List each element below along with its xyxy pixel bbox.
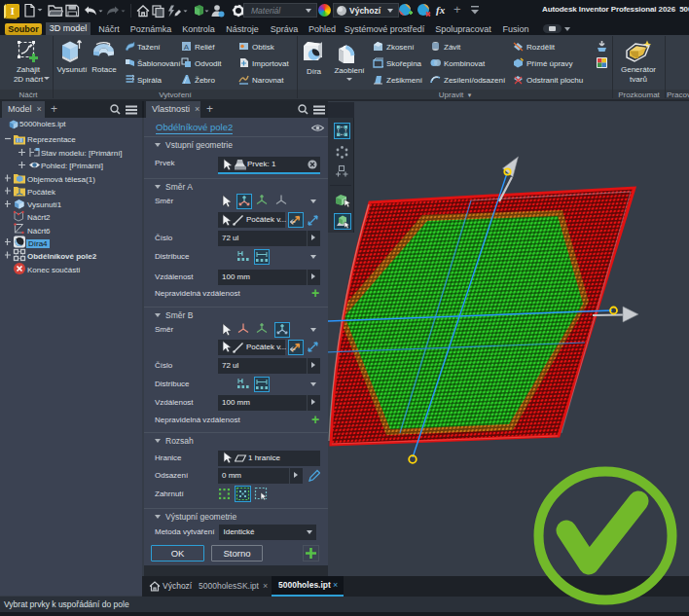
svg-text:I: I: [11, 6, 15, 17]
svg-text:A: A: [184, 43, 190, 52]
